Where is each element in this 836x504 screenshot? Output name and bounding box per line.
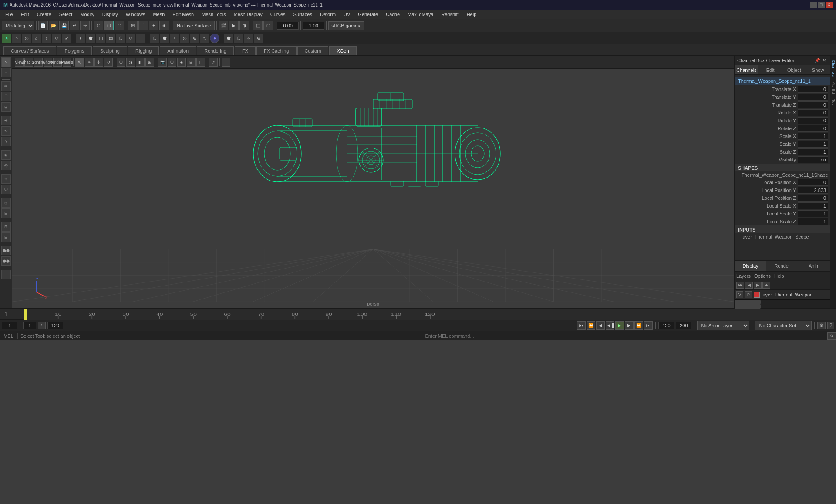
curve-button[interactable]: ⌒ bbox=[1, 92, 11, 101]
tab-custom[interactable]: Custom bbox=[297, 46, 329, 55]
tab-rigging[interactable]: Rigging bbox=[128, 46, 159, 55]
tab-polygons[interactable]: Polygons bbox=[57, 46, 91, 55]
module-btn-20[interactable]: ⟲ bbox=[200, 34, 209, 43]
menu-select[interactable]: Select bbox=[56, 11, 76, 18]
select-tool-button[interactable]: ⬡ bbox=[94, 21, 103, 30]
menu-uv[interactable]: UV bbox=[340, 11, 354, 18]
mel-input[interactable] bbox=[423, 333, 828, 339]
right-panel-scrollbar[interactable] bbox=[735, 304, 830, 308]
select-mode-button[interactable]: ↖ bbox=[1, 57, 11, 67]
layer-next-next-button[interactable]: ⏭ bbox=[762, 282, 770, 289]
render-button[interactable]: ▶ bbox=[229, 21, 239, 30]
module-btn-10[interactable]: ◫ bbox=[96, 34, 105, 43]
vp-rotate-btn[interactable]: ⟲ bbox=[104, 58, 113, 67]
module-btn-4[interactable]: ⌂ bbox=[32, 34, 41, 43]
module-btn-14[interactable]: ⋯ bbox=[136, 34, 145, 43]
anim-end-input[interactable] bbox=[658, 322, 674, 329]
tab-xgen[interactable]: XGen bbox=[329, 46, 356, 55]
menu-mesh-display[interactable]: Mesh Display bbox=[230, 11, 266, 18]
vp-paint-btn[interactable]: ✏ bbox=[85, 58, 94, 67]
menu-cache[interactable]: Cache bbox=[382, 11, 403, 18]
minimize-button[interactable]: _ bbox=[810, 2, 817, 8]
grid-button[interactable]: ⊞ bbox=[1, 102, 11, 112]
vp-panels-menu[interactable]: Panels bbox=[63, 58, 71, 67]
transport-prev-key[interactable]: ⏪ bbox=[587, 321, 595, 330]
menu-redshift[interactable]: Redshift bbox=[438, 11, 462, 18]
ch-value-sx[interactable]: 1 bbox=[798, 133, 828, 140]
help-btn[interactable]: ? bbox=[827, 322, 834, 329]
module-btn-24[interactable]: ⟡ bbox=[244, 34, 253, 43]
prefs-button[interactable]: ⚙ bbox=[817, 322, 826, 329]
move-button[interactable]: ✛ bbox=[1, 116, 11, 125]
module-btn-22[interactable]: ⬟ bbox=[224, 34, 233, 43]
ch-value-lsy[interactable]: 1 bbox=[798, 210, 828, 217]
disp-tab-anim[interactable]: Anim bbox=[798, 261, 830, 271]
vp-shaded-btn[interactable]: ◑ bbox=[126, 58, 135, 67]
transport-end[interactable]: ⏭ bbox=[644, 321, 653, 330]
layer-playback-toggle[interactable]: P bbox=[745, 291, 752, 298]
module-btn-19[interactable]: ⊕ bbox=[190, 34, 199, 43]
disp-tab-display[interactable]: Display bbox=[735, 261, 766, 271]
range-start-input[interactable] bbox=[23, 322, 36, 329]
vtab-channels[interactable]: Channels bbox=[830, 57, 836, 79]
module-btn-12[interactable]: ⬡ bbox=[116, 34, 125, 43]
ch-value-lpz[interactable]: 0 bbox=[798, 195, 828, 202]
new-file-button[interactable]: 📄 bbox=[38, 21, 48, 30]
save-file-button[interactable]: 💾 bbox=[59, 21, 69, 30]
module-btn-8[interactable]: ⟨ bbox=[76, 34, 85, 43]
tab-sculpting[interactable]: Sculpting bbox=[93, 46, 127, 55]
brush-button[interactable]: ✏ bbox=[1, 81, 11, 91]
ch-value-tx[interactable]: 0 bbox=[798, 86, 828, 93]
left-btn-i2[interactable]: ⬤⬤ bbox=[1, 256, 11, 266]
viewport-canvas[interactable]: persp Y X bbox=[12, 69, 734, 308]
module-btn-18[interactable]: ◎ bbox=[180, 34, 189, 43]
snap-grid-button[interactable]: ⊞ bbox=[128, 21, 138, 30]
menu-mesh[interactable]: Mesh bbox=[149, 11, 168, 18]
vp-grid-btn[interactable]: ⊞ bbox=[187, 58, 196, 67]
lasso-select-button[interactable]: ⬡ bbox=[104, 21, 114, 30]
tab-show[interactable]: Show bbox=[806, 65, 830, 74]
menu-maxtomaya[interactable]: MaxToMaya bbox=[404, 11, 437, 18]
menu-windows[interactable]: Windows bbox=[122, 11, 149, 18]
ch-value-ty[interactable]: 0 bbox=[798, 94, 828, 101]
ch-value-ry[interactable]: 0 bbox=[798, 117, 828, 124]
close-button[interactable]: ✕ bbox=[826, 2, 833, 8]
undo-button[interactable]: ↩ bbox=[70, 21, 79, 30]
tab-edit[interactable]: Edit bbox=[758, 65, 782, 74]
paint-select-button[interactable]: ⬡ bbox=[115, 21, 124, 30]
scale-button[interactable]: ⤡ bbox=[1, 137, 11, 146]
vp-more-btn[interactable]: ⋯ bbox=[222, 58, 230, 67]
menu-help[interactable]: Help bbox=[463, 11, 480, 18]
rp-pin-button[interactable]: 📌 bbox=[814, 57, 820, 64]
vp-textured-btn[interactable]: ◧ bbox=[136, 58, 145, 67]
module-btn-13[interactable]: ⟳ bbox=[126, 34, 135, 43]
module-btn-15[interactable]: ⬡ bbox=[150, 34, 159, 43]
layers-menu-options[interactable]: Options bbox=[754, 273, 771, 279]
module-btn-11[interactable]: ▤ bbox=[106, 34, 115, 43]
vp-wireframe-btn[interactable]: ⬡ bbox=[117, 58, 125, 67]
vp-sync-btn[interactable]: ⟳ bbox=[209, 58, 218, 67]
multi-cut-button[interactable]: ⊕ bbox=[1, 174, 11, 184]
timeline-ruler[interactable]: 10 20 30 40 50 60 70 80 90 100 bbox=[24, 309, 836, 320]
wireframe-button[interactable]: ⬡ bbox=[263, 21, 273, 30]
open-file-button[interactable]: 📂 bbox=[49, 21, 58, 30]
disp-tab-render[interactable]: Render bbox=[766, 261, 798, 271]
menu-generate[interactable]: Generate bbox=[354, 11, 381, 18]
snap-together-button[interactable]: ⊠ bbox=[1, 150, 11, 160]
left-btn-h1[interactable]: ⊞ bbox=[1, 222, 11, 232]
module-btn-23[interactable]: ⬡ bbox=[234, 34, 243, 43]
menu-edit[interactable]: Edit bbox=[17, 11, 33, 18]
layers-menu-help[interactable]: Help bbox=[774, 273, 784, 279]
right-panel-scroll-thumb[interactable] bbox=[735, 304, 761, 309]
color-space-button[interactable]: sRGB gamma bbox=[328, 21, 364, 30]
vp-renderer-menu[interactable]: Renderer bbox=[53, 58, 62, 67]
menu-create[interactable]: Create bbox=[34, 11, 55, 18]
tab-fx[interactable]: FX bbox=[235, 46, 256, 55]
ch-value-lpx[interactable]: 0 bbox=[798, 179, 828, 186]
transport-play[interactable]: ▶ bbox=[615, 321, 624, 330]
left-btn-i1[interactable]: ⬤⬤ bbox=[1, 246, 11, 255]
left-btn-j1[interactable]: + bbox=[1, 270, 11, 279]
left-btn-g2[interactable]: ⊟ bbox=[1, 208, 11, 218]
transport-next-frame[interactable]: ▶ bbox=[625, 321, 634, 330]
vp-res-btn[interactable]: ⬡ bbox=[168, 58, 176, 67]
